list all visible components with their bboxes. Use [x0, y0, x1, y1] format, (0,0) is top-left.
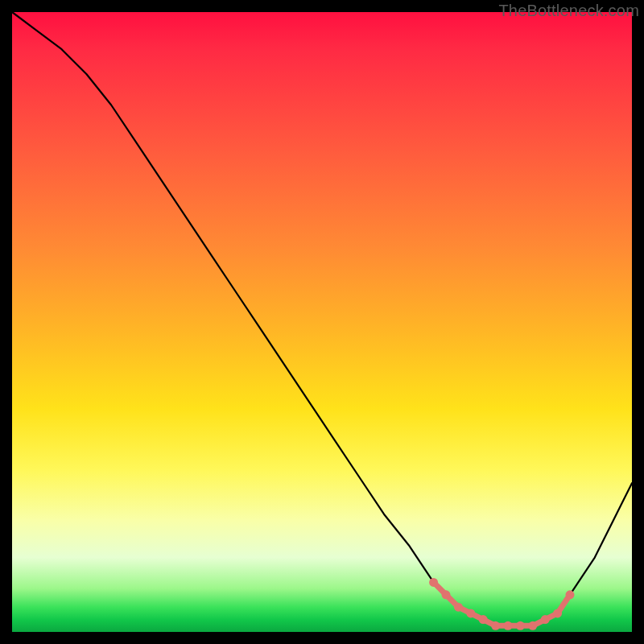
highlight-dot — [479, 615, 488, 624]
highlight-dot — [466, 609, 475, 617]
highlight-dot — [442, 590, 451, 599]
watermark-text: TheBottleneck.com — [498, 2, 639, 20]
plot-area — [12, 12, 632, 632]
highlight-dot — [504, 621, 513, 630]
curve-svg — [12, 12, 632, 632]
bottleneck-curve-line — [12, 12, 632, 625]
highlight-dot — [429, 578, 438, 587]
highlight-dot — [553, 609, 562, 617]
highlight-dot — [566, 590, 575, 599]
highlight-dot — [528, 621, 537, 630]
highlight-dot — [516, 621, 525, 630]
highlight-dots — [429, 578, 574, 630]
highlight-dot — [454, 603, 463, 612]
chart-stage: TheBottleneck.com — [0, 0, 644, 644]
highlight-dot — [541, 615, 550, 624]
highlight-dot — [491, 621, 500, 630]
